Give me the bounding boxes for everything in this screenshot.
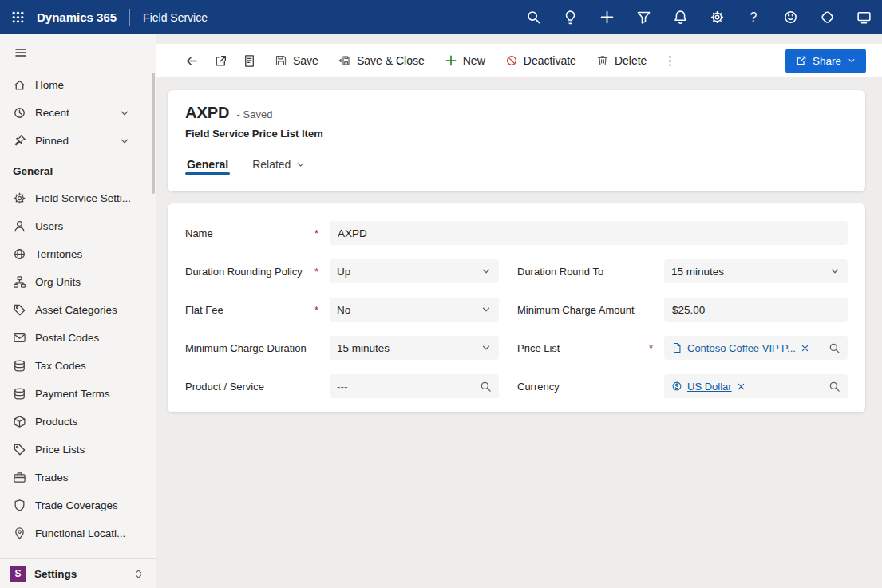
required-marker: *: [314, 266, 318, 278]
tab-related[interactable]: Related: [251, 151, 307, 178]
new-button[interactable]: New: [436, 46, 494, 75]
sitemap-collapse-button[interactable]: [7, 39, 34, 66]
lookup-search-icon[interactable]: [829, 381, 840, 393]
sidebar-item-products[interactable]: Products: [0, 408, 156, 436]
app-title[interactable]: Dynamics 365: [37, 10, 117, 24]
sidebar-item-recent[interactable]: Recent: [0, 99, 156, 127]
area-switcher[interactable]: S Settings: [0, 558, 156, 588]
sidebar-item-postal-codes[interactable]: Postal Codes: [0, 324, 156, 352]
record-entity-type: Field Service Price List Item: [185, 128, 848, 140]
sidebar-item-field-service-settings[interactable]: Field Service Setti...: [0, 184, 156, 212]
sidebar-item-pinned[interactable]: Pinned: [0, 127, 156, 155]
deactivate-icon: [505, 54, 518, 67]
sidebar-item-org-units[interactable]: Org Units: [0, 268, 156, 296]
back-button[interactable]: [177, 46, 206, 75]
currency-record-link[interactable]: US Dollar: [687, 381, 732, 393]
home-icon: [13, 78, 26, 92]
area-badge: S: [10, 566, 26, 582]
sidebar-item-functional-locations[interactable]: Functional Locati...: [0, 519, 156, 547]
sidebar-item-territories[interactable]: Territories: [0, 240, 156, 268]
area-label: Settings: [34, 568, 77, 580]
chevron-down-icon: [829, 266, 840, 277]
sidebar-item-home[interactable]: Home: [0, 71, 156, 99]
person-icon: [13, 219, 26, 233]
duration-round-to-select[interactable]: 15 minutes: [664, 259, 848, 283]
app-launcher-button[interactable]: [0, 0, 35, 34]
flat-fee-select[interactable]: No: [330, 298, 499, 322]
field-label-duration-rounding-policy: Duration Rounding Policy *: [185, 266, 330, 278]
save-button[interactable]: Save: [266, 46, 327, 75]
lookup-search-icon[interactable]: [480, 381, 492, 393]
sidebar-item-price-lists[interactable]: Price Lists: [0, 436, 156, 464]
tag-icon: [13, 303, 26, 317]
currency-coin-icon: [671, 381, 682, 392]
lightbulb-icon: [563, 10, 578, 25]
currency-lookup[interactable]: US Dollar: [664, 374, 848, 398]
share-icon: [795, 55, 807, 67]
share-button[interactable]: Share: [785, 49, 866, 73]
field-label-currency: Currency: [499, 381, 664, 393]
trash-icon: [596, 54, 609, 67]
copilot-icon: [820, 10, 835, 25]
feedback-button[interactable]: [772, 0, 809, 34]
search-icon: [526, 10, 541, 25]
remove-value-icon[interactable]: [737, 382, 746, 391]
field-label-minimum-charge-amount: Minimum Charge Amount: [499, 304, 664, 316]
chevron-down-icon: [481, 266, 492, 277]
gear-icon: [13, 191, 26, 205]
chevron-down-icon: [295, 160, 306, 170]
suggestions-button[interactable]: [552, 0, 588, 34]
required-marker: *: [314, 304, 318, 316]
deactivate-button[interactable]: Deactivate: [496, 46, 585, 75]
open-in-new-window-button[interactable]: [206, 46, 235, 75]
delete-button[interactable]: Delete: [587, 46, 655, 75]
more-vertical-icon: [663, 54, 677, 68]
pin-icon: [13, 134, 26, 148]
minimum-charge-amount-input[interactable]: [664, 298, 848, 322]
sidebar-item-asset-categories[interactable]: Asset Categories: [0, 296, 156, 324]
location-pin-icon: [13, 527, 26, 540]
top-navigation-bar: Dynamics 365 Field Service ?: [0, 0, 882, 34]
search-button[interactable]: [515, 0, 552, 34]
sidebar-item-users[interactable]: Users: [0, 212, 156, 240]
notifications-button[interactable]: [662, 0, 698, 34]
settings-button[interactable]: [698, 0, 735, 34]
envelope-icon: [13, 331, 26, 345]
sidebar-item-trade-coverages[interactable]: Trade Coverages: [0, 491, 156, 519]
lookup-search-icon[interactable]: [829, 342, 840, 354]
sidebar-item-tax-codes[interactable]: Tax Codes: [0, 352, 156, 380]
save-and-close-button[interactable]: Save & Close: [330, 46, 433, 75]
briefcase-icon: [13, 471, 26, 484]
form-document-icon: [243, 54, 256, 68]
record-header: AXPD - Saved Field Service Price List It…: [168, 90, 865, 191]
form-switcher-button[interactable]: [235, 46, 263, 75]
help-button[interactable]: ?: [735, 0, 772, 34]
sidebar-item-payment-terms[interactable]: Payment Terms: [0, 380, 156, 408]
chevron-down-icon: [119, 108, 130, 119]
product-service-lookup[interactable]: ---: [330, 374, 499, 398]
copilot-button[interactable]: [809, 0, 845, 34]
bell-icon: [673, 10, 688, 25]
empty-lookup-value: ---: [337, 381, 348, 393]
remove-value-icon[interactable]: [801, 344, 809, 353]
price-list-lookup[interactable]: Contoso Coffee VIP P...: [664, 336, 848, 360]
record-document-icon: [671, 342, 682, 353]
name-input[interactable]: [330, 221, 848, 245]
filter-button[interactable]: [625, 0, 662, 34]
minimum-charge-duration-select[interactable]: 15 minutes: [330, 336, 499, 360]
app-area-title[interactable]: Field Service: [143, 11, 208, 24]
coins-icon: [13, 359, 26, 373]
more-commands-button[interactable]: [655, 46, 684, 75]
price-list-record-link[interactable]: Contoso Coffee VIP P...: [687, 342, 796, 354]
sidebar-item-trades[interactable]: Trades: [0, 464, 156, 491]
pop-out-icon: [214, 54, 227, 68]
record-title: AXPD: [185, 104, 230, 122]
sidebar-scrollbar-thumb[interactable]: [152, 73, 155, 194]
field-label-duration-round-to: Duration Round To: [499, 266, 664, 278]
duration-rounding-policy-select[interactable]: Up: [330, 259, 499, 283]
quick-create-button[interactable]: [588, 0, 625, 34]
devices-button[interactable]: [845, 0, 882, 34]
chevron-down-icon: [481, 304, 492, 315]
monitor-icon: [856, 10, 872, 25]
tab-general[interactable]: General: [185, 151, 230, 178]
